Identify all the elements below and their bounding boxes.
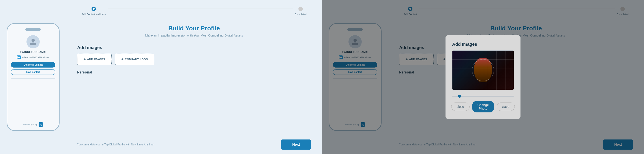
email-icon-left xyxy=(17,55,21,59)
images-section-title-left: Add images xyxy=(77,45,311,50)
zoom-slider[interactable] xyxy=(452,96,514,97)
step1-label-left: Add Contact and Links xyxy=(82,13,106,16)
step-connector-left xyxy=(108,8,293,9)
step2-circle-left xyxy=(298,6,303,11)
exchange-contact-btn-left[interactable]: Exchange Contact xyxy=(11,62,55,68)
footer-note-left: You can update your mTap Digital Profile… xyxy=(77,143,154,146)
page-heading-left: Build Your Profile Make an Impactful Imp… xyxy=(77,25,311,44)
avatar-left xyxy=(26,35,40,48)
left-panel: TWINKLE SOLANKI solanki.twinkle@rediffma… xyxy=(0,0,322,154)
company-logo-label-left: COMPANY LOGO xyxy=(125,58,148,61)
circle-overlay xyxy=(472,59,494,81)
step1-circle-left xyxy=(92,6,96,11)
modal-save-btn[interactable]: Save xyxy=(497,102,515,111)
phone-email-left: solanki.twinkle@rediffmail.com xyxy=(22,56,49,59)
svg-text:m: m xyxy=(40,124,42,126)
step2-left: Completed xyxy=(295,6,306,16)
mtap-logo-left: m xyxy=(38,122,43,127)
right-panel: TWINKLE SOLANKI solanki.twinkle@rediffma… xyxy=(322,0,644,154)
phone-notch-left xyxy=(25,28,41,31)
add-images-modal: Add Images close Change Photo Save xyxy=(446,35,520,119)
modal-actions: close Change Photo Save xyxy=(452,101,514,112)
stepper-left: Add Contact and Links Completed xyxy=(77,6,311,16)
phone-name-left: TWINKLE SOLANKI xyxy=(20,51,46,54)
powered-by-left: Powered by mTap m xyxy=(23,122,43,127)
add-images-btn-left[interactable]: + ADD IMAGES xyxy=(77,54,112,65)
page-subtitle-left: Make an Impactful Impression with Your M… xyxy=(77,34,311,37)
envelope-icon-left xyxy=(18,56,20,59)
page-title-left: Build Your Profile xyxy=(77,25,311,32)
phone-email-row-left: solanki.twinkle@rediffmail.com xyxy=(17,55,49,59)
mtap-logo-icon-left: m xyxy=(38,122,43,127)
plus-icon-2-left: + xyxy=(122,57,124,61)
phone-frame-left: TWINKLE SOLANKI solanki.twinkle@rediffma… xyxy=(6,23,60,131)
company-logo-btn-left[interactable]: + COMPANY LOGO xyxy=(115,54,154,65)
phone-mockup-left: TWINKLE SOLANKI solanki.twinkle@rediffma… xyxy=(0,0,66,154)
powered-text-left: Powered by mTap xyxy=(23,124,37,126)
modal-title: Add Images xyxy=(452,42,514,47)
phone-divider-left xyxy=(11,78,55,78)
modal-overlay[interactable]: Add Images close Change Photo Save xyxy=(322,0,644,154)
next-btn-left[interactable]: Next xyxy=(281,140,311,150)
personal-label-left: Personal xyxy=(77,71,311,74)
plus-icon-1-left: + xyxy=(84,57,86,61)
modal-close-btn[interactable]: close xyxy=(451,102,470,111)
modal-image-container xyxy=(452,50,514,90)
modal-change-photo-btn[interactable]: Change Photo xyxy=(472,101,494,112)
main-content-left: Add Contact and Links Completed Build Yo… xyxy=(66,0,322,154)
add-images-row-left: + ADD IMAGES + COMPANY LOGO xyxy=(77,54,311,65)
user-icon-left xyxy=(29,38,37,46)
step1-dot-left xyxy=(93,8,94,10)
footer-row-left: You can update your mTap Digital Profile… xyxy=(77,140,311,150)
step2-label-left: Completed xyxy=(295,13,306,16)
step1-left: Add Contact and Links xyxy=(82,6,106,16)
add-images-label-left: ADD IMAGES xyxy=(87,58,105,61)
modal-image-placeholder xyxy=(452,51,514,90)
save-contact-btn-left[interactable]: Save Contact xyxy=(11,69,55,75)
